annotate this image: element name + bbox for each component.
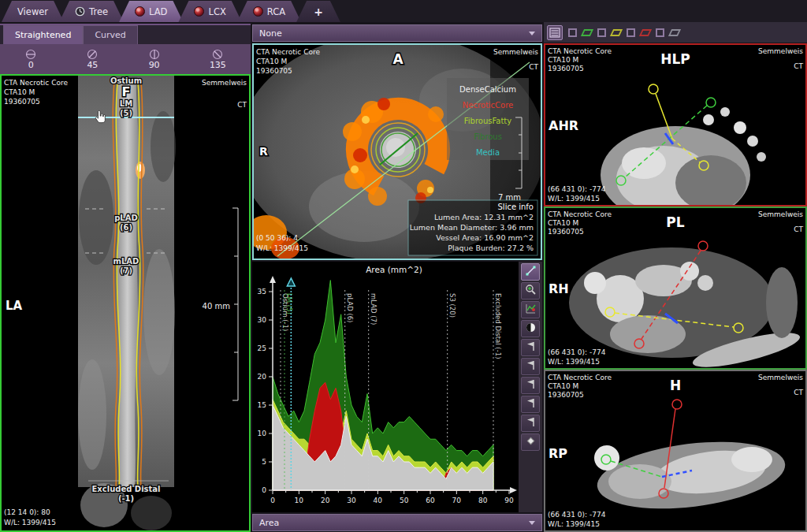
add-tab-button[interactable]: + <box>296 1 340 22</box>
flag-button[interactable] <box>521 377 540 394</box>
view-title: PL <box>666 214 684 230</box>
square-toggle-button[interactable] <box>627 28 635 37</box>
flag-icon <box>525 397 537 412</box>
tab-tree[interactable]: Tree <box>59 1 124 22</box>
straightened-vessel-view[interactable]: 40 mm CTA Necrotic Core CTA10 M 19360705… <box>0 74 251 532</box>
voxel-coords: (12 14 0): 80 <box>4 508 50 516</box>
slice-info-row: Lumen Mean Diameter: 3.96 mm <box>410 223 534 232</box>
curve-chart-button[interactable] <box>521 301 540 318</box>
mpr-view-pl[interactable]: CTA Necrotic Core CTA10 M 19360705 Semme… <box>544 206 807 370</box>
tab-rca[interactable]: RCA <box>237 1 301 22</box>
cross-section-image: DenseCalciumNecroticCoreFibrousFattyFibr… <box>254 45 541 259</box>
svg-text:Semmelweis: Semmelweis <box>493 48 538 56</box>
segment-line-label: pLAD (6) <box>346 293 354 322</box>
svg-text:CT: CT <box>529 63 538 71</box>
rotation-angle-label: 90 <box>149 61 160 70</box>
invert-contrast-button[interactable] <box>521 320 540 337</box>
mpr-view-hlp[interactable]: CTA Necrotic Core CTA10 M 19360705 Semme… <box>544 43 807 206</box>
plane-button[interactable] <box>612 29 621 36</box>
square-toggle-button[interactable] <box>656 28 664 37</box>
svg-text:CT: CT <box>794 62 803 70</box>
marker-diamond-button[interactable] <box>521 433 540 451</box>
voxel-coords: (66 431 0): -774 <box>548 185 606 193</box>
orientation-left: RP <box>549 446 567 461</box>
plane-button[interactable] <box>641 29 650 36</box>
y-tick-label: 5 <box>262 458 266 466</box>
flag-button[interactable] <box>521 415 540 432</box>
zoom-in-button[interactable] <box>521 282 540 299</box>
svg-text:CTA10 M: CTA10 M <box>548 382 578 390</box>
clock-icon <box>75 6 85 17</box>
svg-text:(6): (6) <box>120 223 132 232</box>
square-toggle-icon <box>656 28 664 37</box>
rotation-preset-45[interactable]: 45 <box>86 48 99 70</box>
vessel-icon <box>253 6 263 17</box>
rotation-angle-icon <box>211 48 224 61</box>
legend-item: FibrousFatty <box>464 117 512 125</box>
tab-viewer[interactable]: Viewer <box>2 1 64 22</box>
layout-list-button[interactable] <box>547 25 563 40</box>
y-tick-label: 25 <box>258 344 266 352</box>
flag-icon <box>525 340 537 355</box>
orientation-left: AHR <box>549 118 578 133</box>
legend-item: NecroticCore <box>463 101 513 110</box>
measure-line-icon <box>525 265 537 280</box>
tab-label: Tree <box>89 6 108 17</box>
area-chart[interactable]: Area (mm^2)Ostium (-1)LM (5)pLAD (6)mLAD… <box>252 262 519 512</box>
rotation-preset-90[interactable]: 90 <box>148 48 161 70</box>
x-tick-label: 60 <box>426 497 435 504</box>
tab-straightened[interactable]: Straightened <box>3 25 83 44</box>
voxel-coords: (66 431 0): -774 <box>548 348 606 356</box>
window-level: W/L: 1399/415 <box>548 195 600 203</box>
rotation-preset-0[interactable]: 0 <box>24 48 37 70</box>
svg-text:(7): (7) <box>120 266 132 275</box>
main-tab-bar: ViewerTreeLADLCXRCA+ <box>0 0 807 22</box>
x-tick-label: 80 <box>478 497 488 504</box>
cross-section-view[interactable]: DenseCalciumNecroticCoreFibrousFattyFibr… <box>252 43 542 260</box>
curve-chart-icon <box>525 303 537 318</box>
institution-label: Semmelweis <box>202 79 247 87</box>
plane-icon <box>610 29 623 36</box>
flag-button[interactable] <box>521 339 540 356</box>
chevron-down-icon <box>529 32 535 35</box>
window-level: W/L: 1399/415 <box>256 244 308 252</box>
chart-toolbar <box>519 262 542 512</box>
square-toggle-icon <box>597 28 606 37</box>
zoom-in-icon <box>525 284 537 299</box>
slice-info-title: Slice info <box>498 203 534 211</box>
rotation-preset-135[interactable]: 135 <box>210 48 226 70</box>
measurement-dropdown[interactable]: Area <box>252 514 542 531</box>
svg-text:CTA Necrotic Core: CTA Necrotic Core <box>548 47 612 55</box>
svg-text:CTA10 M: CTA10 M <box>548 56 578 64</box>
modality-label: CT <box>237 101 247 109</box>
tab-lad[interactable]: LAD <box>119 1 183 22</box>
overlay-dropdown[interactable]: None <box>252 24 542 42</box>
flag-button[interactable] <box>521 358 540 375</box>
voxel-coords: (66 431 0): -774 <box>548 511 606 519</box>
svg-text:19360705: 19360705 <box>548 391 584 399</box>
app-window: ViewerTreeLADLCXRCA+ Straightened Curved… <box>0 0 807 532</box>
segment-line-label: Excluded Distal (-1) <box>494 293 502 359</box>
orientation-left: R <box>259 145 268 158</box>
tab-lcx[interactable]: LCX <box>178 1 241 22</box>
legend-item: DenseCalcium <box>459 85 516 94</box>
slice-info-row: Plaque Burden: 27.2 % <box>448 244 534 252</box>
plane-button[interactable] <box>582 29 592 36</box>
vessel-icon <box>135 6 145 17</box>
orientation-top: F <box>122 84 131 99</box>
area-chart-panel: Area (mm^2)Ostium (-1)LM (5)pLAD (6)mLAD… <box>252 262 542 512</box>
measure-line-button[interactable] <box>521 263 540 281</box>
svg-text:CTA10 M: CTA10 M <box>548 219 578 227</box>
square-toggle-button[interactable] <box>568 28 577 37</box>
plane-button[interactable] <box>670 29 679 36</box>
square-toggle-button[interactable] <box>597 28 606 37</box>
segment-line-label: mLAD (7) <box>370 293 377 325</box>
tab-curved[interactable]: Curved <box>83 25 137 44</box>
overlay-dropdown-value: None <box>259 28 282 39</box>
plane-icon <box>581 29 593 36</box>
left-view-tabs: Straightened Curved <box>0 24 251 44</box>
straightened-vessel-image: 40 mm CTA Necrotic Core CTA10 M 19360705… <box>2 76 249 530</box>
svg-text:19360705: 19360705 <box>256 67 292 75</box>
flag-button[interactable] <box>521 396 540 413</box>
mpr-view-h[interactable]: CTA Necrotic Core CTA10 M 19360705 Semme… <box>544 370 807 532</box>
